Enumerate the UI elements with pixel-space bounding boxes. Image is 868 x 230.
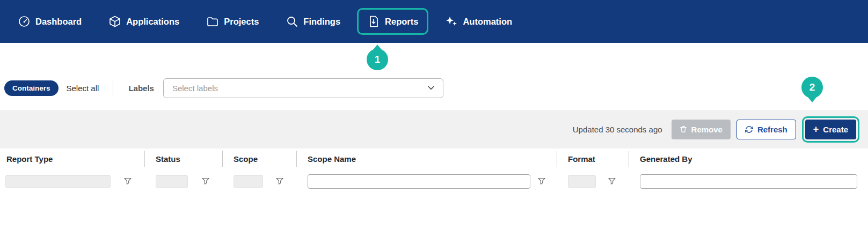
filter-funnel-icon-scope-name[interactable] — [538, 177, 545, 185]
filter-cell-generated-by — [629, 172, 868, 191]
column-header-scope-name[interactable]: Scope Name — [297, 151, 557, 167]
create-button[interactable]: + Create — [805, 120, 856, 139]
filter-cell-format — [557, 172, 629, 191]
scope-filter-input[interactable] — [234, 175, 263, 188]
refresh-button-label: Refresh — [757, 125, 787, 134]
labels-select-placeholder: Select labels — [172, 84, 218, 93]
updated-text: Updated 30 seconds ago — [573, 125, 662, 134]
step-1-callout: 1 — [367, 44, 388, 70]
gauge-icon — [18, 15, 31, 28]
labels-select[interactable]: Select labels — [163, 78, 443, 98]
filter-cell-status — [145, 172, 223, 191]
toolbar-strip: Updated 30 seconds ago Remove Refresh + … — [0, 110, 868, 149]
table-header-row: Report Type Status Scope Scope Name Form… — [0, 151, 868, 167]
callout-tail-down — [807, 97, 817, 102]
nav-item-automation[interactable]: Automation — [435, 8, 522, 35]
column-header-report-type[interactable]: Report Type — [0, 151, 145, 167]
labels-label: Labels — [128, 84, 154, 93]
plus-icon: + — [813, 124, 819, 134]
chevron-down-icon — [428, 86, 434, 90]
report-download-icon — [367, 15, 380, 28]
nav-item-dashboard[interactable]: Dashboard — [8, 8, 92, 35]
reports-page: Dashboard Applications Projects — [0, 0, 868, 230]
scope-name-filter-input[interactable] — [308, 174, 530, 189]
step-2-callout: 2 — [801, 77, 823, 102]
nav-label-projects: Projects — [224, 17, 259, 27]
status-filter-input[interactable] — [156, 175, 188, 188]
report-type-filter-input[interactable] — [5, 175, 111, 188]
filter-cell-scope-name — [297, 172, 557, 191]
vertical-divider — [113, 80, 113, 96]
trash-icon — [680, 125, 687, 133]
select-all-link[interactable]: Select all — [67, 84, 99, 93]
column-header-scope[interactable]: Scope — [223, 151, 297, 167]
generated-by-filter-input[interactable] — [640, 174, 857, 189]
nav-item-applications[interactable]: Applications — [98, 8, 189, 35]
containers-filter-pill[interactable]: Containers — [4, 80, 59, 96]
nav-item-reports[interactable]: Reports — [357, 8, 428, 35]
filter-cell-scope — [223, 172, 297, 191]
filter-bar: Containers Select all Labels Select labe… — [0, 75, 868, 101]
nav-label-dashboard: Dashboard — [35, 17, 82, 27]
top-navigation: Dashboard Applications Projects — [0, 0, 868, 43]
column-header-generated-by[interactable]: Generated By — [629, 151, 868, 167]
nav-label-findings: Findings — [303, 17, 340, 27]
step-1-number: 1 — [367, 49, 388, 70]
cube-icon — [108, 15, 121, 28]
folder-icon — [206, 15, 219, 28]
remove-button-label: Remove — [691, 125, 723, 134]
filter-funnel-icon-status[interactable] — [202, 177, 209, 185]
step-2-number: 2 — [801, 77, 823, 98]
sparkles-icon — [445, 15, 458, 28]
column-header-status[interactable]: Status — [145, 151, 223, 167]
remove-button[interactable]: Remove — [672, 120, 731, 139]
column-header-format[interactable]: Format — [557, 151, 629, 167]
filter-funnel-icon-format[interactable] — [608, 177, 616, 185]
nav-label-reports: Reports — [385, 17, 418, 27]
table-filter-row — [0, 172, 868, 191]
create-button-label: Create — [823, 125, 848, 134]
filter-funnel-icon-report-type[interactable] — [124, 177, 132, 185]
search-icon — [286, 15, 298, 28]
nav-label-applications: Applications — [126, 17, 179, 27]
step-2-highlight: + Create — [802, 116, 859, 143]
refresh-icon — [745, 125, 753, 133]
nav-label-automation: Automation — [463, 17, 512, 27]
filter-cell-report-type — [0, 172, 145, 191]
refresh-button[interactable]: Refresh — [736, 120, 796, 139]
format-filter-input[interactable] — [568, 175, 596, 188]
nav-item-findings[interactable]: Findings — [275, 8, 351, 35]
filter-funnel-icon-scope[interactable] — [276, 177, 283, 185]
nav-item-projects[interactable]: Projects — [196, 8, 269, 35]
